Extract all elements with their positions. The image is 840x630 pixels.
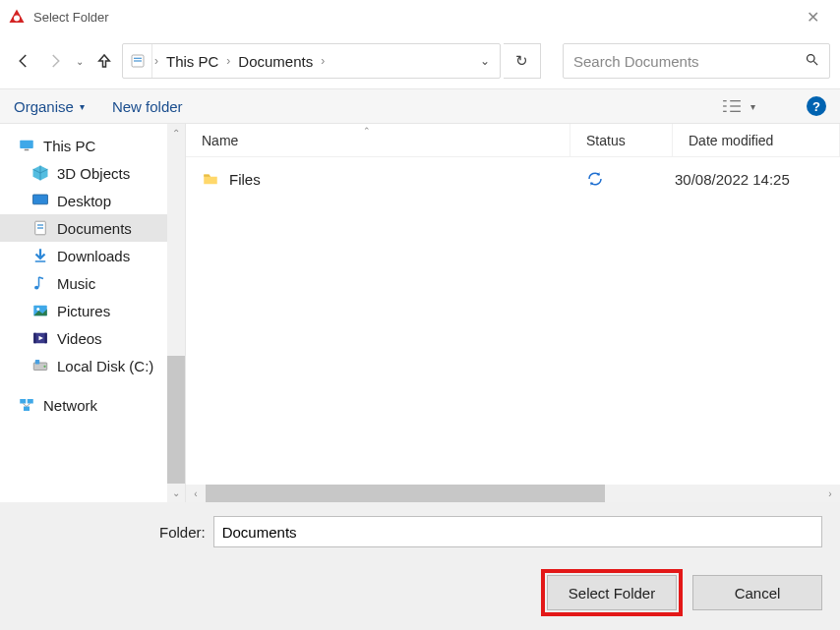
organise-label: Organise [14, 98, 74, 115]
breadcrumb-documents[interactable]: Documents [232, 44, 319, 78]
tree-label: 3D Objects [57, 165, 130, 182]
sync-icon [586, 170, 604, 188]
column-label: Date modified [689, 133, 773, 148]
svg-rect-12 [20, 141, 33, 148]
app-icon [8, 8, 26, 26]
breadcrumb-dropdown[interactable]: ⌄ [470, 54, 500, 68]
breadcrumb[interactable]: › This PC › Documents › ⌄ [122, 43, 501, 79]
desktop-icon [31, 192, 49, 209]
title-bar: Select Folder ✕ [0, 0, 840, 33]
list-body[interactable]: Files 30/08/2022 14:25 [186, 157, 840, 485]
recent-locations-dropdown[interactable]: ⌄ [73, 47, 87, 75]
disk-icon [31, 357, 49, 374]
tree-label: Network [43, 397, 97, 414]
tree-label: This PC [43, 138, 95, 154]
chevron-right-icon: › [152, 54, 160, 68]
tree-this-pc[interactable]: This PC [0, 132, 185, 159]
tree-downloads[interactable]: Downloads [0, 242, 185, 269]
toolbar: Organise ▾ New folder ▾ ? [0, 88, 840, 124]
chevron-down-icon: ▾ [750, 101, 755, 112]
tree-label: Music [57, 275, 95, 292]
tree-3d-objects[interactable]: 3D Objects [0, 159, 185, 187]
chevron-down-icon: ▾ [80, 101, 85, 112]
scroll-left-icon[interactable]: ‹ [186, 488, 206, 499]
breadcrumb-location-icon [123, 44, 152, 78]
back-button[interactable] [10, 47, 37, 75]
search-input[interactable] [573, 53, 805, 70]
tree-label: Local Disk (C:) [57, 358, 153, 374]
cancel-button[interactable]: Cancel [692, 575, 822, 610]
scroll-thumb[interactable] [206, 485, 605, 502]
tree-scrollbar[interactable]: ⌃ ⌄ [167, 124, 185, 502]
list-header: Name ⌃ Status Date modified [186, 124, 840, 157]
tree-label: Pictures [57, 303, 110, 319]
svg-rect-13 [25, 149, 30, 151]
new-folder-button[interactable]: New folder [112, 98, 183, 115]
close-button[interactable]: ✕ [793, 8, 832, 27]
network-icon [18, 396, 35, 414]
search-box[interactable] [563, 43, 830, 79]
forward-button[interactable] [41, 47, 69, 75]
column-status[interactable]: Status [570, 124, 673, 156]
svg-rect-31 [24, 407, 30, 412]
bottom-panel: Folder: Select Folder Cancel [0, 502, 840, 630]
file-list-pane: Name ⌃ Status Date modified Files 30/08/… [185, 124, 840, 502]
folder-name-row: Folder: [18, 516, 822, 547]
tree-desktop[interactable]: Desktop [0, 187, 185, 214]
svg-point-4 [808, 55, 815, 63]
svg-rect-25 [45, 333, 47, 344]
navigation-tree: This PC 3D Objects Desktop Documents Dow… [0, 124, 185, 502]
tree-network[interactable]: Network [0, 391, 185, 419]
svg-point-20 [34, 286, 39, 290]
search-icon [805, 52, 819, 70]
tree-music[interactable]: Music [0, 269, 185, 297]
svg-rect-14 [33, 195, 48, 204]
tree-local-disk[interactable]: Local Disk (C:) [0, 352, 185, 379]
svg-rect-17 [37, 224, 43, 226]
select-folder-button[interactable]: Select Folder [547, 575, 677, 610]
refresh-button[interactable]: ↻ [504, 43, 541, 79]
scroll-thumb[interactable] [167, 356, 185, 484]
folder-name-input[interactable] [213, 516, 822, 547]
view-options-button[interactable]: ▾ [721, 98, 755, 114]
file-name: Files [229, 171, 261, 188]
svg-point-28 [43, 366, 45, 368]
svg-rect-18 [37, 227, 43, 229]
pictures-icon [31, 302, 49, 319]
cube-icon [31, 164, 49, 182]
chevron-right-icon: › [224, 54, 232, 68]
download-icon [31, 247, 49, 264]
breadcrumb-this-pc[interactable]: This PC [160, 44, 224, 78]
scroll-right-icon[interactable]: › [820, 488, 840, 499]
main-area: This PC 3D Objects Desktop Documents Dow… [0, 124, 840, 502]
horizontal-scrollbar[interactable]: ‹ › [186, 485, 840, 502]
videos-icon [31, 329, 49, 347]
column-date-modified[interactable]: Date modified [673, 124, 840, 156]
scroll-up-icon[interactable]: ⌃ [167, 124, 185, 143]
this-pc-icon [18, 137, 35, 154]
document-icon [31, 219, 49, 237]
help-button[interactable]: ? [807, 96, 826, 116]
up-button[interactable] [90, 47, 118, 75]
chevron-right-icon: › [319, 54, 327, 68]
svg-rect-30 [28, 399, 33, 404]
svg-rect-29 [20, 399, 26, 404]
tree-label: Downloads [57, 248, 130, 264]
tree-videos[interactable]: Videos [0, 324, 185, 352]
column-label: Status [586, 133, 626, 148]
tree-pictures[interactable]: Pictures [0, 297, 185, 324]
folder-icon [202, 170, 219, 188]
svg-line-5 [813, 61, 817, 65]
scroll-down-icon[interactable]: ⌄ [167, 484, 185, 503]
window-title: Select Folder [33, 10, 793, 25]
svg-rect-27 [35, 360, 40, 365]
svg-rect-2 [134, 58, 142, 59]
organise-button[interactable]: Organise ▾ [14, 98, 85, 115]
address-bar-row: ⌄ › This PC › Documents › ⌄ ↻ [0, 33, 840, 88]
list-row[interactable]: Files 30/08/2022 14:25 [186, 163, 840, 195]
folder-label: Folder: [159, 524, 206, 541]
column-name[interactable]: Name ⌃ [186, 124, 570, 156]
tree-label: Videos [57, 330, 102, 347]
tree-documents[interactable]: Documents [0, 214, 185, 242]
column-label: Name [202, 133, 238, 148]
